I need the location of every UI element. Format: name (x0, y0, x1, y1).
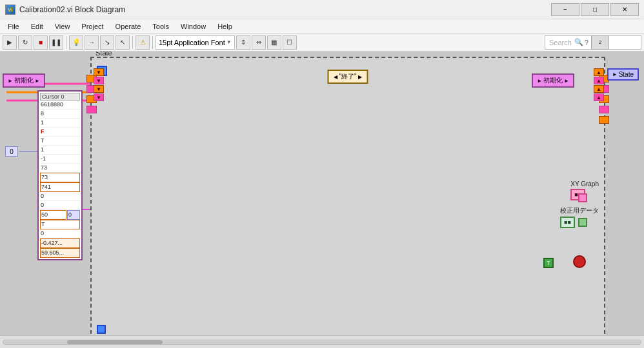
search-icon: 🔍 (574, 38, 583, 46)
cluster-row-4: -1 (40, 155, 80, 164)
init-right-label: 初期化 (543, 76, 563, 85)
vi-thumbnail: 2 (591, 35, 609, 50)
separator-2 (132, 36, 133, 49)
state-arrow-icon: ► (612, 72, 618, 77)
cluster-row-50: 50 (40, 210, 66, 220)
scroll-track[interactable] (3, 340, 641, 345)
reorder-button[interactable]: ☐ (283, 35, 297, 50)
menu-window[interactable]: Window (176, 21, 211, 32)
xy-terminal-box[interactable] (578, 193, 587, 202)
block-diagram-canvas[interactable]: ► 初期化 ► 0 Cursor 0 6618880 8 1 F T 1 -1 … (0, 52, 644, 335)
right-state-control[interactable]: ► State (607, 68, 639, 81)
menu-tools[interactable]: Tools (147, 21, 174, 32)
right-arrow-btn-1[interactable]: ▲ (594, 68, 604, 76)
up-arrow-icon-2: ▲ (596, 78, 601, 84)
font-dropdown-arrow: ▼ (226, 39, 232, 45)
init-left-label: 初期化 (14, 76, 34, 85)
pause-button[interactable]: ❚❚ (49, 35, 63, 50)
help-icon: ? (585, 39, 589, 46)
case-selector[interactable]: ◀ "終了" ▶ (327, 70, 368, 84)
cluster-row-0: 6618880 (40, 101, 80, 110)
cluster-row-7: 0 (40, 201, 80, 210)
cluster-row-f: F (40, 128, 80, 137)
cluster-row-741: 741 (40, 182, 80, 192)
cluster-row-8: 0 (40, 229, 80, 238)
highlight-button[interactable]: 💡 (69, 35, 83, 50)
app-icon: vi (5, 5, 15, 15)
cluster-header: Cursor 0 (40, 93, 80, 101)
frame-bottom-terminal[interactable] (97, 325, 106, 334)
correction-terminal-box[interactable] (578, 218, 587, 227)
case-selector-value: "終了" (339, 72, 356, 81)
correction-data-terminal[interactable]: ■■ (560, 217, 575, 228)
cluster-box[interactable]: Cursor 0 6618880 8 1 F T 1 -1 73 73 741 … (37, 90, 83, 260)
init-button-left[interactable]: ► 初期化 ► (3, 73, 45, 88)
menu-edit[interactable]: Edit (26, 21, 48, 32)
distribute-button[interactable]: ⇔ (252, 35, 266, 50)
stop-button[interactable] (573, 255, 586, 268)
run-continuously-button[interactable]: ↻ (18, 35, 32, 50)
init-right-arrow2: ► (564, 78, 569, 84)
menu-operate[interactable]: Operate (110, 21, 146, 32)
separator-1 (66, 36, 66, 49)
correction-data-label: 校正用データ (560, 206, 599, 215)
right-tunnel-4 (599, 106, 609, 113)
right-tunnel-5 (599, 116, 609, 124)
cluster-row-59: 59.605... (40, 248, 80, 258)
left-arrow-btn-1[interactable]: ▼ (94, 68, 104, 76)
cluster-row-t2-area: T (40, 220, 80, 229)
resize-button[interactable]: ▦ (267, 35, 281, 50)
cluster-row-1: 8 (40, 110, 80, 119)
font-label: 15pt Application Font (159, 39, 225, 46)
maximize-button[interactable]: □ (581, 3, 609, 16)
left-arrow-buttons: ▼ ▼ ▼ ▼ (94, 68, 104, 101)
state-label: State (94, 52, 114, 57)
left-arrow-btn-3[interactable]: ▼ (94, 85, 104, 93)
window-controls: − □ ✕ (551, 3, 639, 16)
step-into-button[interactable]: ↘ (100, 35, 114, 50)
minimize-button[interactable]: − (551, 3, 579, 16)
down-arrow-icon-2: ▼ (96, 78, 101, 84)
cluster-row-50-area: 50 0 (40, 210, 80, 220)
align-button[interactable]: ⇕ (236, 35, 250, 50)
correction-data-icon: ■■ (564, 219, 571, 226)
scrollbar[interactable] (0, 335, 644, 348)
up-arrow-icon-3: ▲ (596, 86, 601, 92)
right-arrow-btn-3[interactable]: ▲ (594, 85, 604, 93)
warn-button[interactable]: ⚠ (136, 35, 150, 50)
menu-view[interactable]: View (50, 21, 75, 32)
step-out-button[interactable]: ↖ (116, 35, 130, 50)
left-tunnel-4 (86, 106, 97, 113)
zero-constant[interactable]: 0 (5, 146, 18, 157)
close-button[interactable]: ✕ (610, 3, 639, 16)
green-true-constant[interactable]: T (543, 258, 554, 268)
menu-project[interactable]: Project (76, 21, 108, 32)
toolbar: ▶ ↻ ■ ❚❚ 💡 → ↘ ↖ ⚠ 15pt Application Font… (0, 34, 644, 52)
left-arrow-btn-2[interactable]: ▼ (94, 77, 104, 84)
init-button-right[interactable]: ► 初期化 ► (532, 73, 574, 88)
run-button[interactable]: ▶ (3, 35, 17, 50)
down-arrow-icon-3: ▼ (96, 86, 101, 92)
cluster-row-t2: T (40, 220, 80, 229)
case-right-arrow: ▶ (358, 74, 362, 80)
abort-button[interactable]: ■ (34, 35, 48, 50)
menu-file[interactable]: File (3, 21, 25, 32)
right-arrow-btn-2[interactable]: ▲ (594, 77, 604, 84)
right-arrow-btn-4[interactable]: ▲ (594, 93, 604, 101)
cluster-row-t: T (40, 137, 80, 146)
menu-help[interactable]: Help (212, 21, 237, 32)
case-terminal-area: ◀ "終了" ▶ (327, 70, 368, 84)
state-frame: State ■ ◀ "終了" ▶ (90, 57, 605, 335)
up-arrow-icon-4: ▲ (596, 95, 601, 101)
cluster-row-0b: 0 (67, 210, 80, 220)
scroll-thumb[interactable] (67, 340, 163, 344)
menu-bar: File Edit View Project Operate Tools Win… (0, 19, 644, 34)
cluster-row-6: 0 (40, 192, 80, 201)
cluster-row-2: 1 (40, 119, 80, 128)
down-arrow-icon-1: ▼ (96, 70, 101, 75)
true-label: T (547, 260, 550, 266)
font-dropdown[interactable]: 15pt Application Font ▼ (156, 35, 235, 50)
step-over-button[interactable]: → (85, 35, 99, 50)
left-arrow-btn-4[interactable]: ▼ (94, 93, 104, 101)
search-box[interactable]: Search 🔍 ? 2 (545, 35, 641, 50)
